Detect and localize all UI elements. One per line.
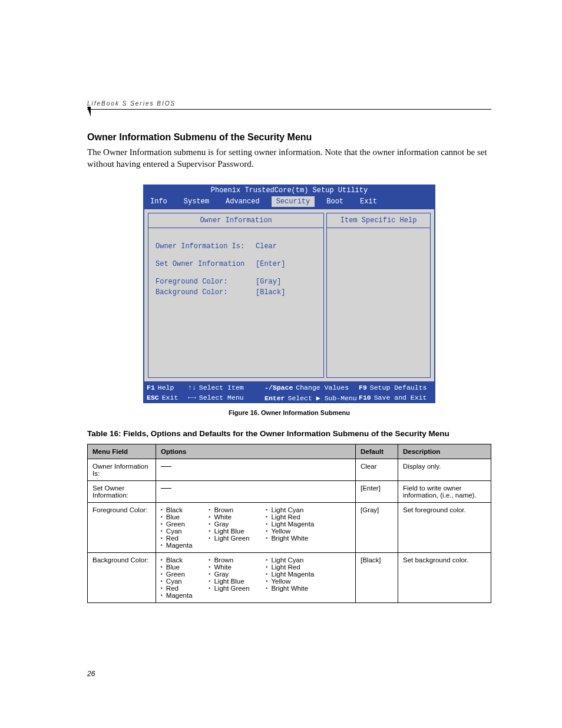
option-item: Light Magenta: [266, 571, 315, 578]
cell-description: Set background color.: [398, 552, 491, 602]
option-item: Light Blue: [209, 578, 250, 585]
bios-footer-row: ESCExit ←→Select Menu EnterSelect ▶ Sub-…: [143, 393, 435, 403]
bios-tab-exit[interactable]: Exit: [355, 196, 382, 207]
option-item: Light Red: [266, 513, 315, 521]
option-item: Cyan: [161, 528, 193, 535]
cell-options: [156, 480, 356, 502]
cell-menu-field: Background Color:: [88, 552, 156, 602]
option-item: Green: [161, 571, 193, 578]
cell-options: [156, 459, 356, 480]
cell-menu-field: Foreground Color:: [88, 502, 156, 552]
bios-field-label: Foreground Color:: [156, 278, 256, 286]
cell-default: [Enter]: [356, 480, 398, 502]
bios-left-pane: Owner Information Owner Information Is: …: [148, 213, 324, 378]
bios-title: Phoenix TrustedCore(tm) Setup Utility: [143, 185, 435, 196]
option-item: Blue: [161, 564, 193, 571]
section-title: Owner Information Submenu of the Securit…: [87, 132, 491, 143]
bios-tab-advanced[interactable]: Advanced: [221, 196, 265, 207]
option-item: Light Green: [209, 585, 250, 592]
page: LifeBook S Series BIOS Owner Information…: [0, 0, 562, 728]
bios-screenshot: Phoenix TrustedCore(tm) Setup Utility In…: [143, 185, 435, 403]
bios-field-label: Background Color:: [156, 288, 256, 297]
option-item: Light Cyan: [266, 506, 315, 513]
option-item: Light Green: [209, 535, 250, 542]
cell-description: Field to write owner information, (i.e.,…: [398, 480, 491, 502]
table-caption: Table 16: Fields, Options and Defaults f…: [87, 429, 491, 438]
option-item: Bright White: [266, 535, 315, 542]
bios-field-value[interactable]: [Gray]: [256, 278, 281, 286]
table-row: Foreground Color:BlackBlueGreenCyanRedMa…: [88, 502, 491, 552]
option-item: Red: [161, 585, 193, 592]
bios-field-value[interactable]: [Black]: [256, 288, 285, 297]
bios-field: Set Owner Information [Enter]: [148, 259, 323, 269]
bios-field: Background Color: [Black]: [148, 287, 323, 298]
option-item: White: [209, 513, 250, 521]
table-row: Owner Information Is:ClearDisplay only.: [88, 459, 491, 480]
bios-tab-boot[interactable]: Boot: [322, 196, 348, 207]
option-item: Magenta: [161, 542, 193, 549]
bios-field: Owner Information Is: Clear: [148, 241, 323, 252]
bios-tab-info[interactable]: Info: [146, 196, 172, 207]
corner-mark: [87, 107, 91, 117]
cell-default: [Black]: [356, 552, 398, 602]
bios-field-label: Set Owner Information: [156, 260, 256, 268]
col-menu-field: Menu Field: [88, 444, 156, 459]
option-item: White: [209, 564, 250, 571]
option-item: Brown: [209, 556, 250, 564]
running-head: LifeBook S Series BIOS: [87, 100, 491, 110]
figure-caption: Figure 16. Owner Information Submenu: [87, 409, 491, 416]
bios-tab-security[interactable]: Security: [272, 196, 315, 207]
option-item: Black: [161, 506, 193, 513]
col-description: Description: [398, 444, 491, 459]
bios-field-value: Clear: [256, 242, 277, 251]
option-item: Light Cyan: [266, 556, 315, 564]
option-item: Yellow: [266, 578, 315, 585]
cell-description: Set foreground color.: [398, 502, 491, 552]
cell-options: BlackBlueGreenCyanRedMagentaBrownWhiteGr…: [156, 502, 356, 552]
table-header: Menu Field Options Default Description: [88, 444, 491, 459]
bios-pane-title: Owner Information: [148, 213, 323, 228]
option-item: Brown: [209, 506, 250, 513]
bios-help-title: Item Specific Help: [327, 213, 430, 228]
bios-tab-system[interactable]: System: [179, 196, 214, 207]
cell-options: BlackBlueGreenCyanRedMagentaBrownWhiteGr…: [156, 552, 356, 602]
option-item: Red: [161, 535, 193, 542]
option-item: Light Blue: [209, 528, 250, 535]
col-options: Options: [156, 444, 356, 459]
option-item: Green: [161, 521, 193, 528]
table-row: Background Color:BlackBlueGreenCyanRedMa…: [88, 552, 491, 602]
cell-menu-field: Owner Information Is:: [88, 459, 156, 480]
cell-default: [Gray]: [356, 502, 398, 552]
option-item: Cyan: [161, 578, 193, 585]
bios-field-value[interactable]: [Enter]: [256, 260, 285, 268]
page-number: 26: [87, 670, 95, 678]
bios-help-pane: Item Specific Help: [326, 213, 431, 378]
option-item: Light Red: [266, 564, 315, 571]
bios-tabs: Info System Advanced Security Boot Exit: [143, 196, 435, 209]
option-item: Gray: [209, 571, 250, 578]
intro-paragraph: The Owner Information submenu is for set…: [87, 146, 491, 170]
option-item: Yellow: [266, 528, 315, 535]
bios-field: Foreground Color: [Gray]: [148, 276, 323, 287]
option-item: Bright White: [266, 585, 315, 592]
cell-default: Clear: [356, 459, 398, 480]
option-item: Blue: [161, 513, 193, 521]
option-item: Gray: [209, 521, 250, 528]
option-item: Magenta: [161, 592, 193, 599]
col-default: Default: [356, 444, 398, 459]
option-item: Black: [161, 556, 193, 564]
option-item: Light Magenta: [266, 521, 315, 528]
table-row: Set Owner Information:[Enter]Field to wr…: [88, 480, 491, 502]
bios-footer-row: F1Help ↑↓Select Item -/SpaceChange Value…: [143, 383, 435, 393]
cell-menu-field: Set Owner Information:: [88, 480, 156, 502]
options-table: Menu Field Options Default Description O…: [87, 444, 491, 603]
cell-description: Display only.: [398, 459, 491, 480]
bios-field-label: Owner Information Is:: [156, 242, 256, 251]
